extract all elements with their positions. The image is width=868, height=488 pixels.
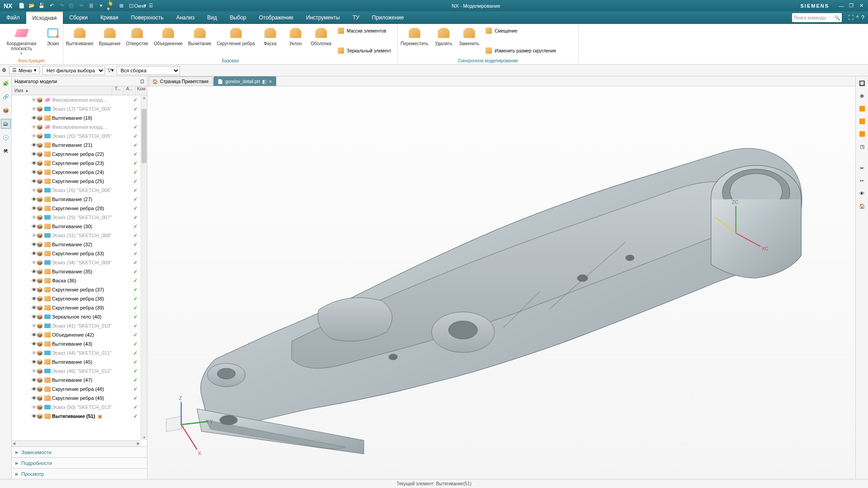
copy-icon[interactable]: ⿻ <box>67 2 75 10</box>
new-icon[interactable]: 📄 <box>18 2 26 10</box>
part-nav-icon[interactable]: 📦 <box>1 105 11 115</box>
edit-sect-icon[interactable]: ✏ <box>857 176 867 186</box>
shade3-icon[interactable]: 🟧 <box>857 129 867 139</box>
assembly-nav-icon[interactable]: 🧩 <box>1 78 11 88</box>
constraint-nav-icon[interactable]: 🔗 <box>1 92 11 102</box>
wire-icon[interactable]: ◳ <box>857 141 867 151</box>
tree-row[interactable]: 👁📦Вытягивание (43)✓ <box>12 339 141 348</box>
tree-row[interactable]: 👁📦Вытягивание (51)▣✓ <box>12 412 141 421</box>
tree-row[interactable]: 👁📦Скругление ребра (25)✓ <box>12 177 141 186</box>
tree-row[interactable]: 👁📦Эскиз (29) "SKETCH_007"✓ <box>12 213 141 222</box>
menu-pmi[interactable]: ТУ <box>346 11 366 24</box>
tree-row[interactable]: 👁📦Эскиз (17) "SKETCH_004"✓ <box>12 104 141 113</box>
fit-icon[interactable]: 🔲 <box>857 78 867 88</box>
menu-tools[interactable]: Инструменты <box>300 11 346 24</box>
revolve-button[interactable]: Вращение <box>96 25 123 58</box>
tree-vscrollbar[interactable]: ▲▼ <box>141 95 147 440</box>
delete-face-button[interactable]: Удалить <box>431 25 456 58</box>
tree-row[interactable]: 👁📦Вытягивание (30)✓ <box>12 222 141 231</box>
section-details[interactable]: ▶Подробности <box>12 457 147 468</box>
draft-button[interactable]: Уклон <box>283 25 308 58</box>
tree-row[interactable]: 👁📦Скругление ребра (23)✓ <box>12 159 141 168</box>
replace-face-button[interactable]: Заменить <box>456 25 482 58</box>
help-icon[interactable]: ? <box>861 14 864 21</box>
clip-icon[interactable]: ✂ <box>857 163 867 173</box>
menu-surface[interactable]: Поверхность <box>125 11 170 24</box>
menu-home[interactable]: Исходная <box>26 11 63 24</box>
undo-icon[interactable]: ↶ <box>47 2 56 10</box>
tree-row[interactable]: 👁📦Объединение (42)✓ <box>12 330 141 339</box>
zoom-icon[interactable]: ⊕ <box>857 91 867 101</box>
minimize-button[interactable]: — <box>837 2 845 10</box>
fullscreen-icon[interactable]: ⛶ <box>848 14 854 21</box>
menu-assemblies[interactable]: Сборки <box>63 11 94 24</box>
tree-row[interactable]: 👁📦Эскиз (44) "SKETCH_011"✓ <box>12 348 141 357</box>
tree-row[interactable]: 👁📦Фиксированная коорд…✓ <box>12 122 141 131</box>
move-face-button[interactable]: Переместить <box>398 25 431 58</box>
touch-icon[interactable]: 👆▾ <box>107 2 115 10</box>
graphics-canvas[interactable]: ZC XC Z Y X <box>147 86 855 479</box>
offset-button[interactable]: Смещение <box>482 26 558 36</box>
tree-row[interactable]: 👁📦Фиксированная коорд…✓ <box>12 95 141 104</box>
qat-dd-icon[interactable]: ▾ <box>97 2 105 10</box>
tree-row[interactable]: 👁📦Скругление ребра (39)✓ <box>12 303 141 312</box>
tree-row[interactable]: 👁📦Эскиз (34) "SKETCH_009"✓ <box>12 258 141 267</box>
show-hide-icon[interactable]: 👁 <box>857 188 867 198</box>
tree-row[interactable]: 👁📦Вытягивание (45)✓ <box>12 357 141 366</box>
menu-view[interactable]: Вид <box>201 11 223 24</box>
menu-render[interactable]: Отображение <box>253 11 300 24</box>
tree-row[interactable]: 👁📦Эскиз (20) "SKETCH_005"✓ <box>12 131 141 141</box>
filter-icon[interactable]: ▽▾ <box>108 67 114 73</box>
tree-row[interactable]: 👁📦Вытягивание (47)✓ <box>12 375 141 385</box>
shell-button[interactable]: Оболочка <box>308 25 335 58</box>
min-ribbon-icon[interactable]: ^ <box>856 14 859 21</box>
tree-row[interactable]: 👁📦Скругление ребра (38)✓ <box>12 294 141 303</box>
selection-filter[interactable]: Нет фильтра выбора <box>42 66 105 75</box>
tree-row[interactable]: 👁📦Скругление ребра (22)✓ <box>12 150 141 159</box>
chamfer-button[interactable]: Фаска <box>258 25 283 58</box>
section-preview[interactable]: ▶Просмотр <box>12 468 147 479</box>
tree-row[interactable]: 👁📦Скругление ребра (33)✓ <box>12 249 141 258</box>
layers-icon[interactable]: 🏠 <box>857 201 867 211</box>
qat-overflow-icon[interactable]: ☰ <box>147 2 155 10</box>
restore-button[interactable]: ❐ <box>847 2 855 10</box>
pin-icon[interactable]: ◻ <box>140 78 144 84</box>
close-tab-icon[interactable]: ✕ <box>269 79 272 84</box>
open-icon[interactable]: 📂 <box>28 2 36 10</box>
history-icon[interactable]: 🕓 <box>1 132 11 142</box>
tree-row[interactable]: 👁📦Эскиз (31) "SKETCH_008"✓ <box>12 231 141 240</box>
redo-icon[interactable]: ↷ <box>57 2 66 10</box>
mirror-button[interactable]: Зеркальный элемент <box>334 46 394 56</box>
menu-app[interactable]: Приложение <box>366 11 410 24</box>
section-deps[interactable]: ▶Зависимости <box>12 446 147 457</box>
window-menu[interactable]: Окно ▾ <box>137 2 145 10</box>
tree-hscrollbar[interactable]: ◀▶ <box>12 440 141 446</box>
tree-row[interactable]: 👁📦Вытягивание (27)✓ <box>12 195 141 204</box>
tree-row[interactable]: 👁📦Эскиз (26) "SKETCH_006"✓ <box>12 186 141 195</box>
tree-row[interactable]: 👁📦Скругление ребра (28)✓ <box>12 204 141 213</box>
tree-row[interactable]: 👁📦Вытягивание (18)✓ <box>12 113 141 122</box>
subtract-button[interactable]: Вычитание <box>185 25 214 58</box>
tree-row[interactable]: 👁📦Скругление ребра (24)✓ <box>12 168 141 177</box>
menu-analyze[interactable]: Анализ <box>170 11 201 24</box>
tree-row[interactable]: 👁📦Зеркальное тело (40)✓ <box>12 312 141 321</box>
menu-curve[interactable]: Кривая <box>94 11 125 24</box>
tree-row[interactable]: 👁📦Эскиз (50) "SKETCH_013"✓ <box>12 403 141 412</box>
tree-row[interactable]: 👁📦Вытягивание (32)✓ <box>12 240 141 249</box>
tab-part[interactable]: 📄gorelov_detail.prt◧✕ <box>213 76 276 86</box>
tree-row[interactable]: 👁📦Вытягивание (21)✓ <box>12 141 141 150</box>
selection-scope[interactable]: Вся сборка <box>117 66 180 75</box>
tree-row[interactable]: 👁📦Вытягивание (35)✓ <box>12 267 141 276</box>
options-icon[interactable]: ⚙ <box>2 67 6 73</box>
command-search[interactable]: Поиск команды 🔍 <box>792 13 842 22</box>
model-nav-icon[interactable]: 🗂 <box>1 119 11 129</box>
tree-row[interactable]: 👁📦Эскиз (46) "SKETCH_012"✓ <box>12 366 141 375</box>
tree-row[interactable]: 👁📦Скругление ребра (49)✓ <box>12 394 141 403</box>
menu-file[interactable]: Файл <box>0 11 26 24</box>
menu-button[interactable]: ☰ Меню ▾ <box>9 66 40 74</box>
tree-row[interactable]: 👁📦Скругление ребра (48)✓ <box>12 385 141 394</box>
hole-button[interactable]: Отверстие <box>123 25 151 58</box>
datum-plane-button[interactable]: Координатная плоскость▾ <box>0 25 43 58</box>
edge-blend-button[interactable]: Скругление ребра <box>214 25 257 58</box>
save-icon[interactable]: 💾 <box>38 2 46 10</box>
